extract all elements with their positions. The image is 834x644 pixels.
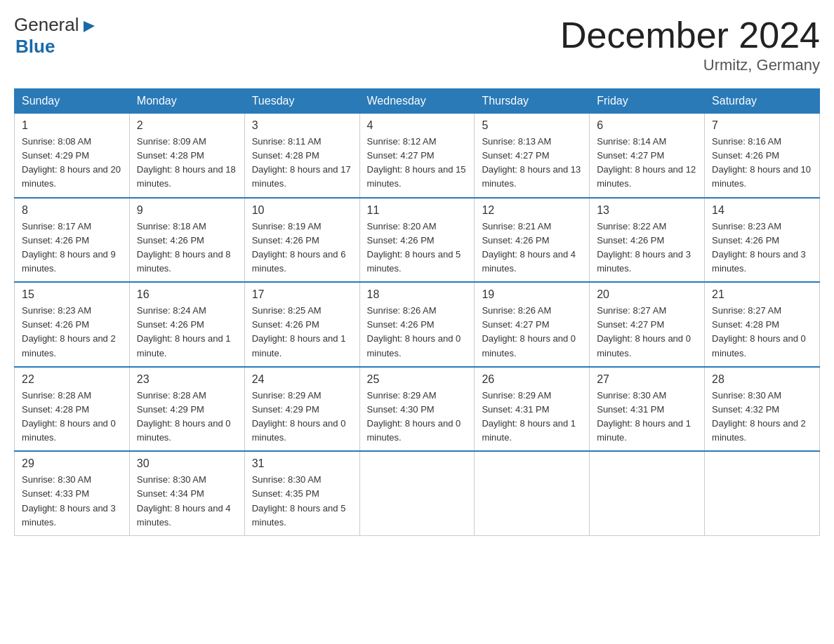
day-number: 6 [597,119,697,132]
day-number: 15 [22,288,122,301]
table-row: 8 Sunrise: 8:17 AMSunset: 4:26 PMDayligh… [15,198,130,283]
day-number: 28 [712,373,812,386]
day-number: 26 [482,373,582,386]
table-row: 25 Sunrise: 8:29 AMSunset: 4:30 PMDaylig… [359,367,475,452]
logo-blue-text: Blue [15,36,55,57]
col-friday: Friday [590,89,705,114]
location-label: Urmitz, Germany [560,56,820,74]
day-info: Sunrise: 8:26 AMSunset: 4:27 PMDaylight:… [482,304,582,361]
day-info: Sunrise: 8:26 AMSunset: 4:26 PMDaylight:… [367,304,468,361]
day-info: Sunrise: 8:17 AMSunset: 4:26 PMDaylight:… [22,220,122,276]
table-row: 30 Sunrise: 8:30 AMSunset: 4:34 PMDaylig… [129,451,244,535]
table-row: 13 Sunrise: 8:22 AMSunset: 4:26 PMDaylig… [590,198,705,283]
day-info: Sunrise: 8:30 AMSunset: 4:31 PMDaylight:… [597,389,697,445]
day-number: 16 [137,288,237,301]
table-row: 10 Sunrise: 8:19 AMSunset: 4:26 PMDaylig… [244,198,359,283]
day-info: Sunrise: 8:20 AMSunset: 4:26 PMDaylight:… [367,220,468,276]
table-row: 12 Sunrise: 8:21 AMSunset: 4:26 PMDaylig… [475,198,590,283]
table-row: 15 Sunrise: 8:23 AMSunset: 4:26 PMDaylig… [15,282,130,367]
table-row: 27 Sunrise: 8:30 AMSunset: 4:31 PMDaylig… [590,367,705,452]
table-row: 11 Sunrise: 8:20 AMSunset: 4:26 PMDaylig… [359,198,475,283]
table-row: 23 Sunrise: 8:28 AMSunset: 4:29 PMDaylig… [129,367,244,452]
table-row: 1 Sunrise: 8:08 AMSunset: 4:29 PMDayligh… [15,114,130,198]
table-row: 6 Sunrise: 8:14 AMSunset: 4:27 PMDayligh… [590,114,705,198]
day-number: 12 [482,204,582,217]
day-info: Sunrise: 8:23 AMSunset: 4:26 PMDaylight:… [22,304,122,361]
day-number: 8 [22,204,122,217]
calendar-week-row: 8 Sunrise: 8:17 AMSunset: 4:26 PMDayligh… [15,198,820,283]
logo: General Blue [14,14,96,58]
table-row: 18 Sunrise: 8:26 AMSunset: 4:26 PMDaylig… [359,282,475,367]
col-monday: Monday [129,89,244,114]
table-row: 22 Sunrise: 8:28 AMSunset: 4:28 PMDaylig… [15,367,130,452]
col-wednesday: Wednesday [359,89,475,114]
table-row: 17 Sunrise: 8:25 AMSunset: 4:26 PMDaylig… [244,282,359,367]
day-info: Sunrise: 8:27 AMSunset: 4:27 PMDaylight:… [597,304,697,361]
page-header: General Blue December 2024 Urmitz, Germa… [14,14,820,74]
svg-marker-0 [84,21,95,32]
day-info: Sunrise: 8:28 AMSunset: 4:29 PMDaylight:… [137,389,237,445]
day-number: 18 [367,288,468,301]
calendar-week-row: 29 Sunrise: 8:30 AMSunset: 4:33 PMDaylig… [15,451,820,535]
day-number: 23 [137,373,237,386]
day-info: Sunrise: 8:30 AMSunset: 4:34 PMDaylight:… [137,473,237,530]
day-info: Sunrise: 8:09 AMSunset: 4:28 PMDaylight:… [137,135,237,192]
day-number: 22 [22,373,122,386]
col-thursday: Thursday [475,89,590,114]
table-row: 9 Sunrise: 8:18 AMSunset: 4:26 PMDayligh… [129,198,244,283]
day-info: Sunrise: 8:11 AMSunset: 4:28 PMDaylight:… [252,135,352,192]
day-number: 14 [712,204,812,217]
day-number: 17 [252,288,352,301]
table-row: 4 Sunrise: 8:12 AMSunset: 4:27 PMDayligh… [359,114,475,198]
day-number: 5 [482,119,582,132]
table-row [590,451,705,535]
table-row: 5 Sunrise: 8:13 AMSunset: 4:27 PMDayligh… [475,114,590,198]
day-info: Sunrise: 8:16 AMSunset: 4:26 PMDaylight:… [712,135,812,192]
table-row [475,451,590,535]
table-row: 26 Sunrise: 8:29 AMSunset: 4:31 PMDaylig… [475,367,590,452]
table-row [705,451,820,535]
calendar-week-row: 22 Sunrise: 8:28 AMSunset: 4:28 PMDaylig… [15,367,820,452]
day-info: Sunrise: 8:13 AMSunset: 4:27 PMDaylight:… [482,135,582,192]
day-info: Sunrise: 8:21 AMSunset: 4:26 PMDaylight:… [482,220,582,276]
day-number: 3 [252,119,352,132]
day-info: Sunrise: 8:23 AMSunset: 4:26 PMDaylight:… [712,220,812,276]
day-info: Sunrise: 8:22 AMSunset: 4:26 PMDaylight:… [597,220,697,276]
table-row: 2 Sunrise: 8:09 AMSunset: 4:28 PMDayligh… [129,114,244,198]
title-area: December 2024 Urmitz, Germany [560,14,820,74]
table-row: 7 Sunrise: 8:16 AMSunset: 4:26 PMDayligh… [705,114,820,198]
day-info: Sunrise: 8:29 AMSunset: 4:31 PMDaylight:… [482,389,582,445]
day-info: Sunrise: 8:28 AMSunset: 4:28 PMDaylight:… [22,389,122,445]
day-info: Sunrise: 8:25 AMSunset: 4:26 PMDaylight:… [252,304,352,361]
day-number: 29 [22,457,122,470]
table-row: 31 Sunrise: 8:30 AMSunset: 4:35 PMDaylig… [244,451,359,535]
table-row: 29 Sunrise: 8:30 AMSunset: 4:33 PMDaylig… [15,451,130,535]
table-row: 21 Sunrise: 8:27 AMSunset: 4:28 PMDaylig… [705,282,820,367]
month-title: December 2024 [560,14,820,56]
day-number: 11 [367,204,468,217]
calendar-header-row: Sunday Monday Tuesday Wednesday Thursday… [15,89,820,114]
day-info: Sunrise: 8:30 AMSunset: 4:33 PMDaylight:… [22,473,122,530]
day-number: 1 [22,119,122,132]
col-saturday: Saturday [705,89,820,114]
day-number: 25 [367,373,468,386]
day-info: Sunrise: 8:30 AMSunset: 4:32 PMDaylight:… [712,389,812,445]
day-number: 24 [252,373,352,386]
day-info: Sunrise: 8:14 AMSunset: 4:27 PMDaylight:… [597,135,697,192]
calendar-week-row: 15 Sunrise: 8:23 AMSunset: 4:26 PMDaylig… [15,282,820,367]
table-row: 14 Sunrise: 8:23 AMSunset: 4:26 PMDaylig… [705,198,820,283]
table-row: 24 Sunrise: 8:29 AMSunset: 4:29 PMDaylig… [244,367,359,452]
day-number: 19 [482,288,582,301]
day-number: 31 [252,457,352,470]
day-number: 21 [712,288,812,301]
table-row: 28 Sunrise: 8:30 AMSunset: 4:32 PMDaylig… [705,367,820,452]
day-info: Sunrise: 8:19 AMSunset: 4:26 PMDaylight:… [252,220,352,276]
day-info: Sunrise: 8:29 AMSunset: 4:29 PMDaylight:… [252,389,352,445]
table-row: 19 Sunrise: 8:26 AMSunset: 4:27 PMDaylig… [475,282,590,367]
table-row: 20 Sunrise: 8:27 AMSunset: 4:27 PMDaylig… [590,282,705,367]
day-number: 2 [137,119,237,132]
day-info: Sunrise: 8:08 AMSunset: 4:29 PMDaylight:… [22,135,122,192]
day-info: Sunrise: 8:24 AMSunset: 4:26 PMDaylight:… [137,304,237,361]
day-number: 13 [597,204,697,217]
day-number: 20 [597,288,697,301]
